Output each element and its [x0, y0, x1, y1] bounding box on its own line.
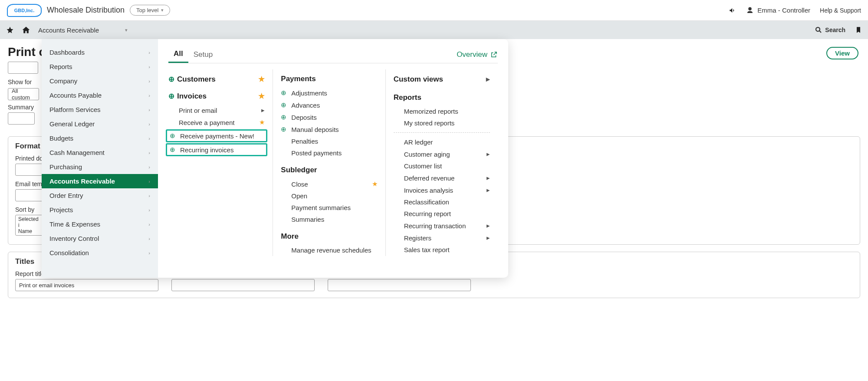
sidebar-item-inventory-control[interactable]: Inventory Control› [42, 231, 158, 246]
user-name: Emma - Controller [757, 7, 810, 14]
overview-link[interactable]: Overview [457, 50, 498, 59]
chevron-down-icon: ▾ [125, 27, 128, 33]
sidebar-item-accounts-receivable[interactable]: Accounts Receivable› [42, 174, 158, 188]
summary-input[interactable] [8, 112, 35, 125]
menu-item-close[interactable]: Close★ [281, 178, 377, 190]
bookmark-icon[interactable] [855, 26, 862, 34]
chevron-right-icon: › [148, 122, 150, 127]
help-link[interactable]: Help & Support [820, 7, 861, 14]
email-template-input[interactable] [15, 189, 44, 201]
menu-item-receive-payments-new-[interactable]: ⊕Receive payments - New! [166, 129, 267, 142]
chevron-right-icon: ▸ [261, 106, 265, 114]
chevron-right-icon: ▸ [487, 186, 490, 194]
menu-item-posted-payments[interactable]: Posted payments [281, 147, 377, 159]
chevron-right-icon: › [148, 136, 150, 141]
report-title-1-input[interactable]: Print or email invoices [15, 279, 158, 291]
chevron-right-icon: › [148, 164, 150, 170]
custom-views-heading[interactable]: Custom views ▸ [394, 75, 490, 84]
sidebar-item-accounts-payable[interactable]: Accounts Payable› [42, 88, 158, 102]
menu-item-customer-list[interactable]: Customer list [394, 160, 490, 172]
chevron-right-icon: ▸ [487, 222, 490, 230]
sidebar-item-dashboards[interactable]: Dashboards› [42, 45, 158, 59]
plus-circle-icon: ⊕ [168, 92, 174, 101]
chevron-right-icon: › [148, 207, 150, 213]
top-header: GBD,Inc. Wholesale Distribution Top leve… [0, 0, 868, 21]
more-heading[interactable]: More [281, 232, 377, 241]
menu-col-1: ⊕ Customers ★ ⊕ Invoices ★ Print or emai… [168, 69, 273, 256]
megaphone-icon[interactable] [729, 7, 736, 14]
user-menu[interactable]: Emma - Controller [746, 7, 810, 14]
search-button[interactable]: Search [815, 26, 845, 34]
report-title-2-input[interactable] [171, 279, 315, 291]
menu-sidebar: Dashboards›Reports›Company›Accounts Paya… [42, 39, 158, 278]
sidebar-item-general-ledger[interactable]: General Ledger› [42, 117, 158, 131]
plus-circle-icon: ⊕ [168, 75, 174, 84]
footer-text-input[interactable] [328, 279, 471, 291]
sort-option[interactable]: Selected i [18, 216, 41, 228]
sort-option[interactable]: Name [18, 228, 41, 234]
subledger-heading[interactable]: Subledger [281, 166, 377, 174]
mega-menu: Dashboards›Reports›Company›Accounts Paya… [42, 39, 508, 278]
customers-heading[interactable]: ⊕ Customers ★ [168, 75, 265, 84]
plus-circle-icon: ⊕ [281, 125, 288, 133]
company-logo[interactable]: GBD,Inc. [7, 4, 42, 17]
menu-item-memorized-reports[interactable]: Memorized reports [394, 105, 490, 117]
chevron-right-icon: › [148, 179, 150, 184]
show-for-label: Show for [8, 79, 39, 85]
menu-item-manage-revenue-schedules[interactable]: Manage revenue schedules [281, 244, 377, 256]
svg-point-0 [816, 27, 820, 31]
menu-item-recurring-transaction[interactable]: Recurring transaction▸ [394, 220, 490, 232]
tab-setup[interactable]: Setup [188, 47, 218, 62]
chevron-right-icon: › [148, 64, 150, 69]
menu-item-penalties[interactable]: Penalties [281, 135, 377, 147]
breadcrumb-module[interactable]: Accounts Receivable ▾ [38, 26, 128, 34]
menu-item-manual-deposits[interactable]: ⊕Manual deposits [281, 123, 377, 135]
sidebar-item-consolidation[interactable]: Consolidation› [42, 246, 158, 260]
menu-item-recurring-report[interactable]: Recurring report [394, 208, 490, 220]
sidebar-item-order-entry[interactable]: Order Entry› [42, 188, 158, 203]
home-icon[interactable] [22, 26, 30, 34]
menu-item-print-or-email[interactable]: Print or email▸ [168, 104, 265, 116]
menu-item-summaries[interactable]: Summaries [281, 213, 377, 225]
menu-item-customer-aging[interactable]: Customer aging▸ [394, 148, 490, 160]
printed-doc-input[interactable] [15, 164, 44, 176]
sidebar-item-cash-management[interactable]: Cash Management› [42, 145, 158, 160]
reports-heading[interactable]: Reports [394, 93, 490, 102]
chevron-right-icon: › [148, 79, 150, 84]
chevron-right-icon: › [148, 222, 150, 227]
menu-item-payment-summaries[interactable]: Payment summaries [281, 202, 377, 213]
menu-item-adjustments[interactable]: ⊕Adjustments [281, 87, 377, 99]
sidebar-item-time-expenses[interactable]: Time & Expenses› [42, 217, 158, 231]
plus-circle-icon: ⊕ [281, 101, 288, 109]
menu-item-registers[interactable]: Registers▸ [394, 232, 490, 244]
level-selector[interactable]: Top level ▾ [130, 5, 170, 16]
chevron-down-icon: ▾ [161, 7, 164, 13]
chevron-right-icon: ▸ [487, 174, 490, 182]
sidebar-item-company[interactable]: Company› [42, 74, 158, 88]
menu-item-ar-ledger[interactable]: AR ledger [394, 136, 490, 148]
menu-item-recurring-invoices[interactable]: ⊕Recurring invoices [166, 143, 267, 156]
tab-all[interactable]: All [168, 46, 188, 63]
star-icon[interactable] [6, 26, 14, 34]
input-generic[interactable] [8, 62, 38, 74]
menu-item-deferred-revenue[interactable]: Deferred revenue▸ [394, 172, 490, 184]
menu-item-my-stored-reports[interactable]: My stored reports [394, 117, 490, 129]
show-for-select[interactable]: All custom [8, 88, 39, 100]
menu-item-open[interactable]: Open [281, 190, 377, 202]
menu-item-invoices-analysis[interactable]: Invoices analysis▸ [394, 184, 490, 196]
menu-item-deposits[interactable]: ⊕Deposits [281, 111, 377, 123]
menu-item-sales-tax-report[interactable]: Sales tax report [394, 244, 490, 256]
payments-heading[interactable]: Payments [281, 75, 377, 83]
sidebar-item-platform-services[interactable]: Platform Services› [42, 102, 158, 117]
sidebar-item-purchasing[interactable]: Purchasing› [42, 160, 158, 174]
menu-item-reclassification[interactable]: Reclassification [394, 196, 490, 208]
sidebar-item-projects[interactable]: Projects› [42, 203, 158, 217]
sidebar-item-budgets[interactable]: Budgets› [42, 131, 158, 145]
invoices-heading[interactable]: ⊕ Invoices ★ [168, 92, 265, 101]
menu-item-advances[interactable]: ⊕Advances [281, 99, 377, 111]
menu-item-receive-a-payment[interactable]: Receive a payment★ [168, 116, 265, 128]
menu-tabs: All Setup Overview [168, 46, 498, 63]
chevron-right-icon: › [148, 250, 150, 256]
sidebar-item-reports[interactable]: Reports› [42, 59, 158, 74]
view-button[interactable]: View [826, 47, 858, 59]
